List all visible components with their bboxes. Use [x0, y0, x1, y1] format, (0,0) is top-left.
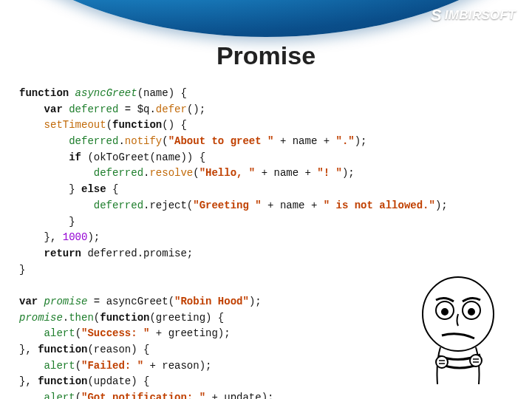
t: .reject( — [143, 200, 193, 211]
method: notify — [125, 135, 162, 147]
t: (update) { — [87, 375, 149, 387]
obj: promise — [19, 312, 63, 324]
t: } — [19, 183, 81, 195]
var-name: promise — [38, 296, 87, 307]
kw: var — [19, 296, 38, 307]
svg-point-4 — [468, 309, 474, 315]
t: = $q. — [118, 103, 155, 115]
t: ( — [75, 327, 81, 339]
id: deferred — [19, 200, 143, 211]
kw: return — [19, 248, 81, 259]
kw: function — [38, 344, 87, 355]
kw: if — [19, 151, 81, 163]
t: + reason); — [143, 360, 211, 372]
t: (okToGreet(name)) { — [81, 151, 205, 163]
t: { — [106, 183, 119, 195]
t: }, — [19, 231, 63, 243]
kw: function — [100, 312, 149, 324]
method: resolve — [149, 167, 193, 179]
id: deferred — [63, 103, 119, 115]
slide: SIMBIRSOFT Promise function asyncGreet(n… — [0, 0, 532, 399]
t: } — [19, 216, 75, 228]
t: ); — [435, 200, 448, 211]
str: "About to greet " — [168, 135, 274, 147]
kw: function — [19, 87, 69, 99]
t: ( — [106, 119, 112, 131]
svg-point-6 — [470, 355, 482, 366]
str: "Hello, " — [200, 167, 256, 179]
t: ); — [355, 135, 367, 147]
brand-logo: SIMBIRSOFT — [431, 6, 516, 25]
str: " is not allowed." — [324, 200, 435, 211]
t: ); — [87, 231, 100, 243]
t: + name + — [255, 167, 317, 179]
t: ( — [94, 312, 100, 324]
t: ); — [342, 167, 355, 179]
method: defer — [156, 103, 187, 115]
t: ); — [249, 296, 262, 307]
str: "Failed: " — [81, 360, 143, 372]
kw: function — [112, 119, 162, 131]
t: ( — [193, 167, 199, 179]
str: "Success: " — [81, 327, 149, 339]
t: = asyncGreet( — [87, 296, 174, 307]
t: + name + — [262, 200, 324, 211]
t: . — [118, 135, 124, 147]
t: (name) { — [137, 87, 187, 99]
kw: else — [81, 183, 106, 195]
brand-initial: S — [431, 6, 442, 25]
call: setTimeout — [19, 119, 106, 131]
t: + name + — [273, 135, 335, 147]
kw: var — [19, 103, 63, 115]
t: ( — [162, 135, 168, 147]
ragecomic-image — [406, 273, 510, 392]
str: "Greeting " — [193, 200, 261, 211]
str: "! " — [317, 167, 342, 179]
brand-rest: IMBIRSOFT — [445, 8, 516, 23]
t: } — [19, 264, 25, 276]
call: alert — [19, 392, 75, 399]
t: (greeting) { — [149, 312, 224, 324]
t: + update); — [205, 392, 273, 399]
t: + greeting); — [149, 327, 230, 339]
str: "." — [336, 135, 355, 147]
t: deferred.promise; — [81, 248, 193, 259]
t: }, — [19, 344, 38, 355]
call: alert — [19, 360, 75, 372]
method: then — [69, 312, 94, 324]
svg-point-5 — [436, 356, 448, 368]
call: alert — [19, 327, 75, 339]
str: "Got notification: " — [81, 392, 205, 399]
str: "Robin Hood" — [174, 296, 249, 307]
t: ( — [75, 360, 81, 372]
t: (reason) { — [87, 344, 149, 355]
num: 1000 — [63, 231, 88, 243]
t: ( — [75, 392, 81, 399]
fn-name: asyncGreet — [69, 87, 137, 99]
id: deferred — [19, 135, 118, 147]
kw: function — [38, 375, 87, 387]
svg-point-3 — [442, 309, 448, 315]
id: deferred — [19, 167, 143, 179]
t: () { — [162, 119, 187, 131]
slide-title: Promise — [0, 41, 532, 70]
t: }, — [19, 375, 38, 387]
t: (); — [187, 103, 205, 115]
t: . — [63, 312, 69, 324]
